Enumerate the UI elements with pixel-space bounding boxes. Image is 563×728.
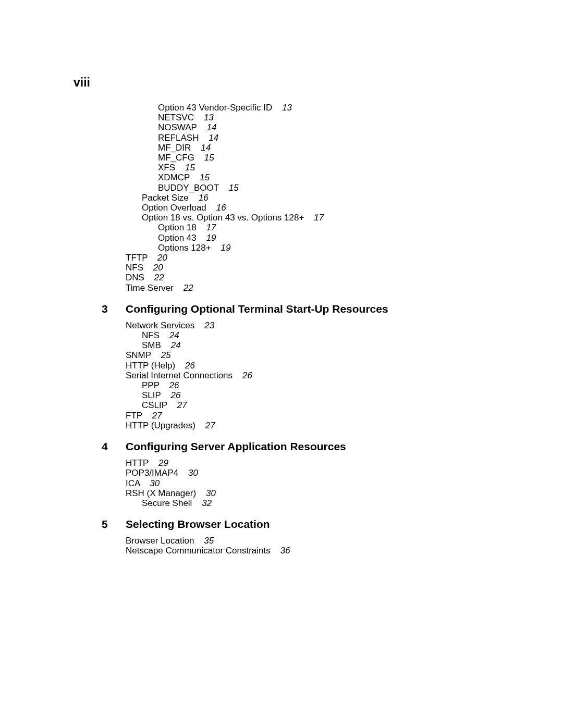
toc-entry-label: SLIP — [142, 390, 161, 400]
toc-entry-page: 36 — [280, 546, 290, 556]
toc-entry-label: SNMP — [126, 350, 151, 360]
toc-entry: CSLIP 27 — [126, 400, 491, 410]
toc-entry: PPP 26 — [126, 380, 491, 390]
toc-entry-label: Option 18 — [158, 223, 197, 232]
toc-entry-page: 14 — [207, 122, 217, 132]
toc-entry-page: 24 — [169, 330, 179, 340]
toc-entry-label: MF_CFG — [158, 153, 194, 163]
toc-entry: Secure Shell 32 — [126, 498, 491, 508]
toc-entry-page: 27 — [152, 411, 162, 421]
toc-entry-page: 27 — [205, 421, 215, 430]
toc-entry-page: 20 — [153, 263, 163, 273]
toc-entry: Option 43 19 — [126, 233, 491, 243]
toc-entry-page: 35 — [204, 536, 214, 546]
toc-section-header: 3Configuring Optional Terminal Start-Up … — [126, 303, 491, 315]
toc-entry-label: Network Services — [126, 320, 194, 330]
toc-entry-label: Option 43 — [158, 233, 197, 243]
toc-entry-label: NFS — [126, 263, 143, 273]
toc-entry: ICA 30 — [126, 478, 491, 488]
toc-entry-page: 30 — [188, 468, 198, 478]
toc-entry-label: XFS — [158, 163, 175, 172]
toc-entry: Serial Internet Connections 26 — [126, 371, 491, 380]
toc-entry-page: 13 — [204, 113, 214, 122]
toc-entry-label: HTTP (Upgrades) — [126, 421, 195, 430]
toc-section: 4Configuring Server Application Resource… — [126, 440, 491, 508]
toc-entry-page: 26 — [169, 380, 179, 390]
toc-entry-label: CSLIP — [142, 400, 167, 410]
toc-entry: HTTP 29 — [126, 458, 491, 468]
toc-page: viii Option 43 Vendor-Specific ID 13NETS… — [0, 0, 563, 728]
toc-entry: HTTP (Help) 26 — [126, 361, 491, 371]
toc-section-title: Configuring Optional Terminal Start-Up R… — [126, 303, 388, 315]
toc-section: 3Configuring Optional Terminal Start-Up … — [126, 303, 491, 430]
toc-entry-page: 29 — [158, 458, 168, 468]
toc-entry: NOSWAP 14 — [126, 122, 491, 132]
toc-entry-page: 26 — [242, 371, 252, 380]
toc-entry: Option 18 17 — [126, 223, 491, 232]
toc-entry-page: 23 — [204, 320, 214, 330]
toc-entry-label: HTTP (Help) — [126, 361, 175, 371]
toc-entry: MF_DIR 14 — [126, 143, 491, 153]
toc-section-title: Configuring Server Application Resources — [126, 440, 346, 453]
toc-entry-label: NOSWAP — [158, 122, 197, 132]
toc-section: 5Selecting Browser LocationBrowser Locat… — [126, 518, 491, 556]
toc-entry-label: NETSVC — [158, 113, 194, 122]
toc-entry-label: Option 18 vs. Option 43 vs. Options 128+ — [142, 213, 304, 223]
toc-entry: XDMCP 15 — [126, 172, 491, 182]
toc-entry: Netscape Communicator Constraints 36 — [126, 546, 491, 556]
toc-entry: Packet Size 16 — [126, 193, 491, 203]
toc-entry-label: SMB — [142, 340, 161, 350]
toc-section-entries: Network Services 23NFS 24SMB 24SNMP 25HT… — [126, 319, 491, 430]
toc-entry-page: 26 — [185, 361, 195, 371]
toc-entry-page: 15 — [204, 153, 214, 163]
toc-entry-page: 15 — [200, 172, 210, 182]
toc-section-number: 5 — [102, 518, 126, 530]
toc-entry-label: XDMCP — [158, 172, 190, 182]
toc-sections: 3Configuring Optional Terminal Start-Up … — [126, 303, 491, 556]
toc-entry-label: Serial Internet Connections — [126, 371, 232, 380]
toc-entry: Time Server 22 — [126, 283, 491, 293]
toc-entry-label: Option 43 Vendor-Specific ID — [158, 103, 272, 113]
toc-entry-page: 16 — [216, 203, 226, 213]
toc-entry-page: 24 — [171, 340, 181, 350]
toc-entry-label: REFLASH — [158, 133, 199, 143]
toc-entry: Network Services 23 — [126, 320, 491, 330]
toc-entry: Option Overload 16 — [126, 203, 491, 213]
toc-entry: Option 43 Vendor-Specific ID 13 — [126, 103, 491, 113]
toc-entry-page: 25 — [161, 350, 171, 360]
toc-entry: NFS 20 — [126, 263, 491, 273]
toc-entry-label: MF_DIR — [158, 143, 191, 153]
toc-entry-page: 26 — [170, 390, 180, 400]
toc-entry-label: HTTP — [126, 458, 149, 468]
toc-section-entries: Browser Location 35Netscape Communicator… — [126, 535, 491, 556]
toc-entry-page: 22 — [154, 273, 164, 282]
toc-entry-page: 32 — [202, 498, 212, 508]
toc-entry-page: 14 — [209, 133, 218, 143]
toc-entry: NFS 24 — [126, 330, 491, 340]
toc-entry: BUDDY_BOOT 15 — [126, 183, 491, 193]
toc-entry-page: 15 — [229, 183, 239, 193]
toc-entry: SLIP 26 — [126, 390, 491, 400]
toc-entry: DNS 22 — [126, 273, 491, 282]
toc-entry-label: Browser Location — [126, 536, 194, 546]
toc-entry-label: BUDDY_BOOT — [158, 183, 219, 193]
toc-section-header: 5Selecting Browser Location — [126, 518, 491, 530]
toc-entry-label: DNS — [126, 273, 144, 282]
toc-entry: Option 18 vs. Option 43 vs. Options 128+… — [126, 213, 491, 223]
toc-entry-page: 14 — [201, 143, 211, 153]
toc-section-header: 4Configuring Server Application Resource… — [126, 440, 491, 453]
toc-entry-label: NFS — [142, 330, 160, 340]
toc-entry-page: 15 — [185, 163, 195, 172]
toc-entry: NETSVC 13 — [126, 113, 491, 122]
toc-entry-label: Time Server — [126, 283, 174, 293]
toc-entry-label: Options 128+ — [158, 243, 211, 253]
toc-entry: RSH (X Manager) 30 — [126, 488, 491, 498]
toc-entry-page: 22 — [183, 283, 193, 293]
toc-entry-label: POP3/IMAP4 — [126, 468, 178, 478]
toc-entry-label: FTP — [126, 411, 142, 421]
toc-entry-page: 20 — [157, 253, 167, 263]
toc-entry: SMB 24 — [126, 340, 491, 350]
toc-entry: Browser Location 35 — [126, 536, 491, 546]
toc-section-number: 4 — [102, 440, 126, 453]
toc-entry-page: 30 — [206, 488, 216, 498]
